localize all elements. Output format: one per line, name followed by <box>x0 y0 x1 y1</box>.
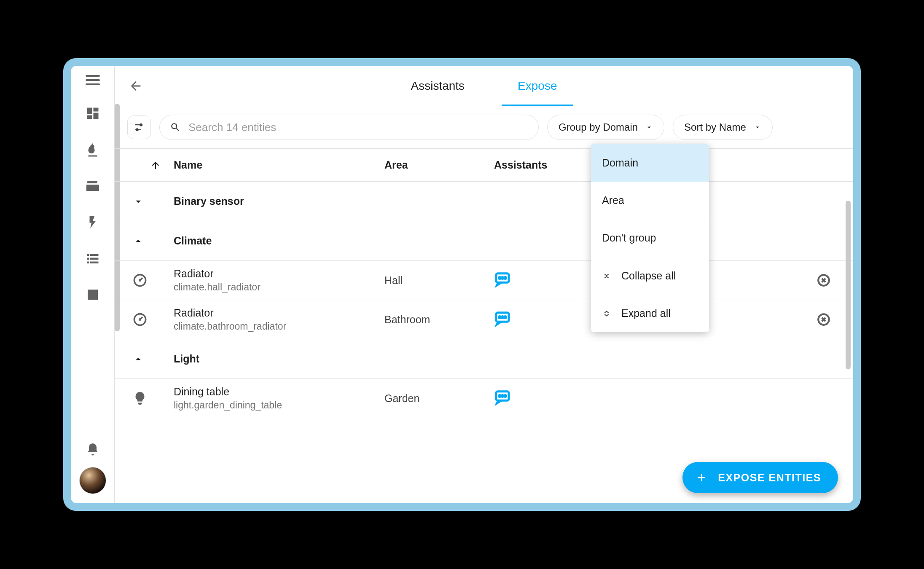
sort-arrow-icon[interactable] <box>127 159 174 171</box>
user-avatar[interactable] <box>79 467 106 494</box>
tab-expose[interactable]: Expose <box>514 66 560 106</box>
dropdown-item-collapse-all[interactable]: Collapse all <box>591 257 709 295</box>
flash-icon[interactable] <box>85 214 101 230</box>
group-by-dropdown: Domain Area Don't group Collapse all Exp… <box>591 144 709 332</box>
entity-area: Bathroom <box>384 314 494 326</box>
thermostat-icon <box>127 312 174 327</box>
thermostat-icon <box>127 273 174 288</box>
entity-row[interactable]: Radiator climate.hall_radiator Hall <box>115 260 853 300</box>
main-panel: Assistants Expose Group by Domain <box>115 66 853 503</box>
dropdown-item-label: Collapse all <box>621 270 676 282</box>
chart-icon[interactable] <box>85 287 101 303</box>
expand-icon <box>602 309 611 318</box>
back-button[interactable] <box>127 78 144 94</box>
app-shell: Assistants Expose Group by Domain <box>71 66 853 503</box>
group-light[interactable]: Light <box>115 339 853 378</box>
expose-entities-fab[interactable]: EXPOSE ENTITIES <box>682 462 838 493</box>
group-label: Climate <box>174 235 212 247</box>
sort-by-label: Sort by Name <box>684 121 746 133</box>
dropdown-item-domain[interactable]: Domain <box>591 144 709 182</box>
hamburger-menu-icon[interactable] <box>86 75 100 85</box>
filter-button[interactable] <box>127 115 151 139</box>
media-icon[interactable] <box>85 178 101 194</box>
entity-id: light.garden_dining_table <box>174 400 384 411</box>
lightbulb-icon <box>127 391 174 406</box>
entity-name: Radiator <box>174 268 384 280</box>
fab-label: EXPOSE ENTITIES <box>718 472 821 484</box>
table-header: Name Area Assistants Aliases <box>115 148 853 181</box>
plus-icon <box>695 471 708 484</box>
remove-button[interactable] <box>807 273 841 287</box>
entity-area: Garden <box>384 392 494 405</box>
svg-point-4 <box>502 277 503 279</box>
entity-id: climate.bathroom_radiator <box>174 321 384 332</box>
group-climate[interactable]: Climate <box>115 221 853 260</box>
dropdown-item-expand-all[interactable]: Expand all <box>591 295 709 332</box>
search-field[interactable] <box>159 115 539 140</box>
svg-point-11 <box>502 317 503 318</box>
right-scrollbar[interactable] <box>846 201 851 369</box>
entity-name: Radiator <box>174 307 384 319</box>
entity-name: Dining table <box>174 386 384 398</box>
svg-point-5 <box>505 277 506 279</box>
remove-button[interactable] <box>807 312 841 327</box>
dropdown-item-dont-group[interactable]: Don't group <box>591 219 709 257</box>
window-frame: Assistants Expose Group by Domain <box>63 58 861 511</box>
svg-point-3 <box>499 277 500 279</box>
assistant-chat-icon <box>494 389 620 408</box>
sort-by-button[interactable]: Sort by Name <box>673 115 773 140</box>
svg-point-10 <box>499 317 500 318</box>
dropdown-item-label: Expand all <box>621 307 671 319</box>
caret-down-icon <box>754 123 761 131</box>
chevron-up-icon <box>127 235 174 247</box>
caret-down-icon <box>645 123 653 131</box>
svg-point-8 <box>139 318 141 321</box>
column-area[interactable]: Area <box>384 159 494 171</box>
energy-icon[interactable] <box>85 142 101 158</box>
search-input[interactable] <box>188 121 528 134</box>
toolbar: Group by Domain Sort by Name <box>115 106 853 148</box>
group-by-label: Group by Domain <box>559 121 638 133</box>
collapse-icon <box>602 271 611 281</box>
group-by-button[interactable]: Group by Domain <box>547 115 664 140</box>
group-binary-sensor[interactable]: Binary sensor <box>115 181 853 221</box>
svg-point-1 <box>139 279 141 282</box>
svg-point-17 <box>505 395 506 397</box>
dashboard-icon[interactable] <box>85 105 101 121</box>
notifications-icon[interactable] <box>85 442 101 458</box>
svg-point-16 <box>502 395 503 397</box>
chevron-up-icon <box>127 353 174 365</box>
chevron-down-icon <box>127 196 174 207</box>
svg-point-15 <box>499 395 500 397</box>
column-name[interactable]: Name <box>174 159 384 171</box>
entity-row[interactable]: Dining table light.garden_dining_table G… <box>115 378 853 418</box>
group-label: Binary sensor <box>174 195 244 207</box>
list-icon[interactable] <box>85 250 101 266</box>
sidebar <box>71 66 115 503</box>
tab-assistants[interactable]: Assistants <box>407 66 468 106</box>
entity-area: Hall <box>384 274 494 287</box>
group-label: Light <box>174 353 199 365</box>
entity-id: climate.hall_radiator <box>174 282 384 293</box>
dropdown-item-area[interactable]: Area <box>591 182 709 219</box>
header: Assistants Expose <box>115 66 853 106</box>
svg-point-12 <box>505 317 506 318</box>
search-icon <box>170 122 181 133</box>
entity-row[interactable]: Radiator climate.bathroom_radiator Bathr… <box>115 300 853 339</box>
